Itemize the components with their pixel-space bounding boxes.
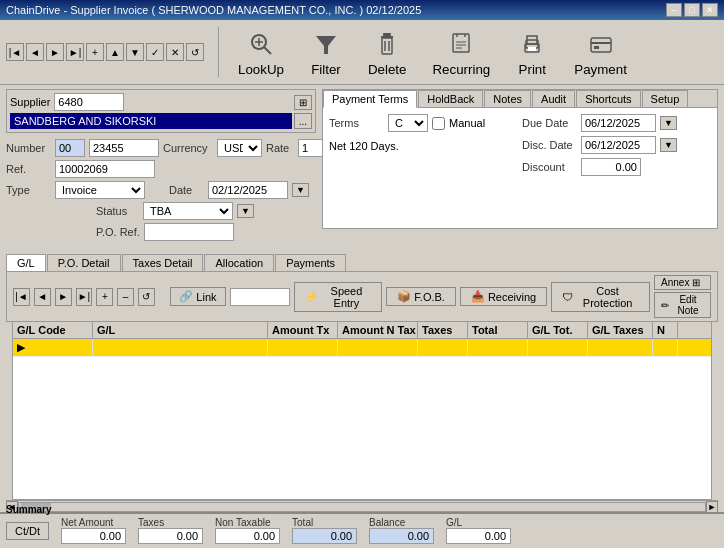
- link-input[interactable]: [230, 288, 290, 306]
- ref-input[interactable]: [55, 160, 155, 178]
- table-nav-prev-btn[interactable]: ◄: [34, 288, 51, 306]
- tab-setup[interactable]: Setup: [642, 90, 689, 107]
- tab-notes[interactable]: Notes: [484, 90, 531, 107]
- supplier-dots-btn[interactable]: ...: [294, 113, 312, 129]
- scroll-right-btn[interactable]: ►: [706, 501, 718, 513]
- minimize-button[interactable]: –: [666, 3, 682, 17]
- edit-note-button[interactable]: ✏ Edit Note: [654, 292, 711, 318]
- number-value-input[interactable]: [89, 139, 159, 157]
- scrollbar-track[interactable]: [18, 502, 706, 512]
- total-value[interactable]: [292, 528, 357, 544]
- table-nav-first-btn[interactable]: |◄: [13, 288, 30, 306]
- table-row[interactable]: ▶: [13, 339, 711, 357]
- table-refresh-btn[interactable]: ↺: [138, 288, 155, 306]
- gl-label: G/L: [446, 517, 462, 528]
- taxes-value[interactable]: [138, 528, 203, 544]
- total-group: Total: [292, 517, 357, 544]
- bottom-tabs-area: G/L P.O. Detail Taxes Detail Allocation …: [0, 254, 724, 500]
- nav-up-btn[interactable]: ▲: [106, 43, 124, 61]
- date-input[interactable]: [208, 181, 288, 199]
- speed-entry-button[interactable]: ⚡ Speed Entry: [294, 282, 383, 312]
- supplier-icon-btn[interactable]: ⊞: [294, 95, 312, 110]
- recurring-button[interactable]: Recurring: [423, 25, 499, 80]
- type-label: Type: [6, 184, 51, 196]
- disc-date-picker-btn[interactable]: ▼: [660, 138, 677, 152]
- nav-next-btn[interactable]: ►: [46, 43, 64, 61]
- bottom-tab-allocation[interactable]: Allocation: [204, 254, 274, 271]
- receiving-button[interactable]: 📥 Receiving: [460, 287, 547, 306]
- link-button[interactable]: 🔗 Link: [170, 287, 225, 306]
- lookup-label: LookUp: [238, 62, 284, 77]
- tab-audit[interactable]: Audit: [532, 90, 575, 107]
- tab-holdback[interactable]: HoldBack: [418, 90, 483, 107]
- non-taxable-value[interactable]: [215, 528, 280, 544]
- due-date-input[interactable]: [581, 114, 656, 132]
- fob-button[interactable]: 📦 F.O.B.: [386, 287, 456, 306]
- nav-last-btn[interactable]: ►|: [66, 43, 84, 61]
- table-nav-last-btn[interactable]: ►|: [76, 288, 93, 306]
- disc-date-input[interactable]: [581, 136, 656, 154]
- print-label: Print: [519, 62, 546, 77]
- bottom-tab-taxes-detail[interactable]: Taxes Detail: [122, 254, 204, 271]
- bottom-tab-payments[interactable]: Payments: [275, 254, 346, 271]
- supplier-id-input[interactable]: [54, 93, 124, 111]
- bottom-tab-po-detail[interactable]: P.O. Detail: [47, 254, 121, 271]
- manual-checkbox[interactable]: [432, 117, 445, 130]
- lookup-button[interactable]: LookUp: [229, 25, 293, 80]
- col-gl-tot: G/L Tot.: [528, 322, 588, 338]
- due-date-picker-btn[interactable]: ▼: [660, 116, 677, 130]
- ctdt-button[interactable]: Ct/Dt: [6, 522, 49, 540]
- type-select[interactable]: Invoice: [55, 181, 145, 199]
- lookup-icon: [245, 28, 277, 60]
- toolbar-separator-1: [218, 27, 219, 77]
- receiving-icon: 📥: [471, 290, 485, 303]
- poref-input[interactable]: [144, 223, 234, 241]
- print-icon: [516, 28, 548, 60]
- print-button[interactable]: Print: [507, 25, 557, 80]
- status-select[interactable]: TBA: [143, 202, 233, 220]
- supplier-header: Supplier ⊞: [10, 93, 312, 111]
- net-amount-group: Net Amount: [61, 517, 126, 544]
- horizontal-scrollbar[interactable]: ◄ ►: [6, 500, 718, 512]
- delete-button[interactable]: Delete: [359, 25, 416, 80]
- maximize-button[interactable]: □: [684, 3, 700, 17]
- nav-check-btn[interactable]: ✓: [146, 43, 164, 61]
- nav-down-btn[interactable]: ▼: [126, 43, 144, 61]
- table-remove-btn[interactable]: –: [117, 288, 134, 306]
- discount-input[interactable]: [581, 158, 641, 176]
- cost-protection-button[interactable]: 🛡 Cost Protection: [551, 282, 650, 312]
- date-picker-btn[interactable]: ▼: [292, 183, 309, 197]
- nav-refresh-btn[interactable]: ↺: [186, 43, 204, 61]
- currency-select[interactable]: USD: [217, 139, 262, 157]
- total-label: Total: [292, 517, 313, 528]
- table-add-btn[interactable]: +: [96, 288, 113, 306]
- tab-shortcuts[interactable]: Shortcuts: [576, 90, 640, 107]
- number-prefix-input[interactable]: [55, 139, 85, 157]
- poref-row: P.O. Ref.: [6, 223, 316, 241]
- payment-button[interactable]: Payment: [565, 25, 636, 80]
- cell-amount-tx: [268, 339, 338, 356]
- nav-add-btn[interactable]: +: [86, 43, 104, 61]
- nav-cancel-btn[interactable]: ✕: [166, 43, 184, 61]
- nav-first-btn[interactable]: |◄: [6, 43, 24, 61]
- terms-select[interactable]: C: [388, 114, 428, 132]
- balance-value[interactable]: [369, 528, 434, 544]
- table-nav-next-btn[interactable]: ►: [55, 288, 72, 306]
- grid-body: ▶: [13, 339, 711, 499]
- col-gl: G/L: [93, 322, 268, 338]
- bottom-tab-gl[interactable]: G/L: [6, 254, 46, 271]
- taxes-group: Taxes: [138, 517, 203, 544]
- main-content: Supplier ⊞ SANDBERG AND SIKORSKI ... Num…: [0, 85, 724, 250]
- annex-button[interactable]: Annex ⊞: [654, 275, 711, 290]
- disc-date-label: Disc. Date: [522, 139, 577, 151]
- net-amount-value[interactable]: [61, 528, 126, 544]
- status-picker-btn[interactable]: ▼: [237, 204, 254, 218]
- nav-prev-btn[interactable]: ◄: [26, 43, 44, 61]
- status-row: Status TBA ▼: [6, 202, 316, 220]
- speed-entry-icon: ⚡: [305, 290, 319, 303]
- close-button[interactable]: ✕: [702, 3, 718, 17]
- filter-button[interactable]: Filter: [301, 25, 351, 80]
- gl-value[interactable]: [446, 528, 511, 544]
- manual-label: Manual: [449, 117, 485, 129]
- tab-payment-terms[interactable]: Payment Terms: [323, 90, 417, 108]
